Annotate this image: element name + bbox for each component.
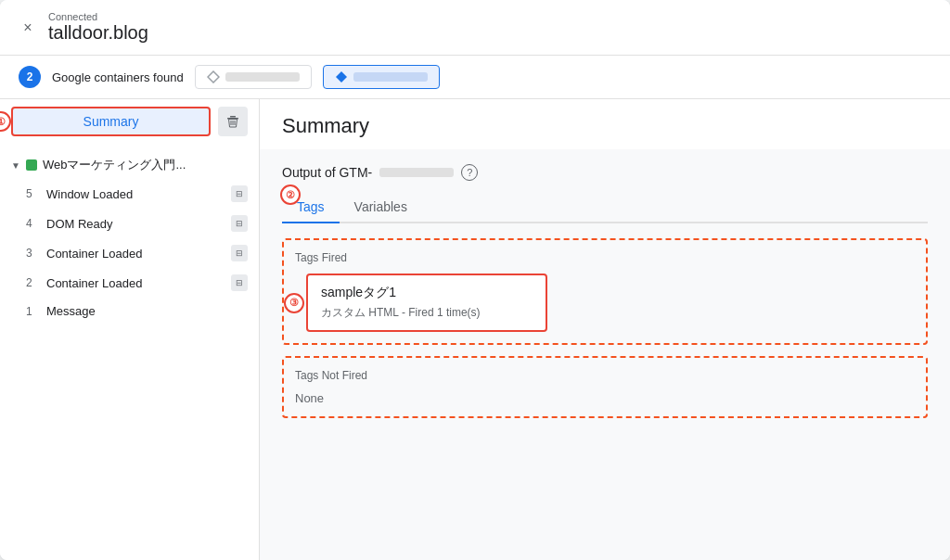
list-item[interactable]: 2 Container Loaded ⊟ <box>0 268 259 298</box>
content-area: Summary Output of GTM- ? ② Tags Variable… <box>260 99 950 560</box>
tags-fired-section: Tags Fired ③ sampleタグ1 カスタム HTML - Fired… <box>282 238 928 345</box>
tag-item-wrapper: ③ sampleタグ1 カスタム HTML - Fired 1 time(s) <box>295 274 915 332</box>
content-header: Summary <box>260 99 950 149</box>
sidebar-header: ① Summary <box>0 99 259 144</box>
container1-button[interactable] <box>195 65 312 89</box>
circle-number-1: ① <box>0 111 11 132</box>
list-item[interactable]: 4 DOM Ready ⊟ <box>0 209 259 238</box>
app-container: × Connected talldoor.blog 2 Google conta… <box>0 0 950 560</box>
green-square-icon <box>26 159 37 171</box>
event-icon: ⊟ <box>231 215 248 232</box>
none-label: None <box>295 391 915 405</box>
toolbar: 2 Google containers found <box>0 56 950 99</box>
output-text: Output of GTM- <box>282 165 372 180</box>
close-button[interactable]: × <box>19 19 37 37</box>
tabs-container: ② Tags Variables <box>282 192 928 223</box>
gtm-id-bar <box>379 168 454 177</box>
arrow-icon: ▼ <box>11 160 20 171</box>
container2-button[interactable] <box>323 65 440 89</box>
list-item[interactable]: 5 Window Loaded ⊟ <box>0 179 259 209</box>
svg-rect-0 <box>230 116 236 118</box>
circle-number-3: ③ <box>284 293 304 313</box>
event-icon: ⊟ <box>231 274 248 291</box>
tab-tags[interactable]: ② Tags <box>282 192 340 223</box>
tag-item[interactable]: sampleタグ1 カスタム HTML - Fired 1 time(s) <box>306 274 547 332</box>
circle-number-2: ② <box>280 185 301 205</box>
diamond-outline-icon <box>207 70 220 83</box>
container1-bar <box>225 72 300 82</box>
site-title: talldoor.blog <box>48 22 148 44</box>
list-item[interactable]: 1 Message <box>0 298 259 325</box>
output-label: Output of GTM- ? <box>282 164 928 181</box>
header-info: Connected talldoor.blog <box>48 11 148 44</box>
containers-badge: 2 <box>19 66 41 88</box>
tags-fired-label: Tags Fired <box>295 251 915 264</box>
summary-button[interactable]: Summary <box>11 107 211 136</box>
delete-button[interactable] <box>218 107 248 136</box>
sidebar-section: ▼ Webマーケティング入門... 5 Window Loaded ⊟ 4 DO… <box>0 144 259 332</box>
event-icon: ⊟ <box>231 185 248 202</box>
sidebar-group-header[interactable]: ▼ Webマーケティング入門... <box>0 151 259 179</box>
tag-description: カスタム HTML - Fired 1 time(s) <box>321 305 533 321</box>
output-section: Output of GTM- ? ② Tags Variables <box>260 149 950 560</box>
diamond-filled-icon <box>335 70 348 83</box>
help-icon[interactable]: ? <box>461 164 478 181</box>
page-title: Summary <box>282 114 928 138</box>
tags-not-fired-section: Tags Not Fired None <box>282 356 928 418</box>
list-item[interactable]: 3 Container Loaded ⊟ <box>0 238 259 268</box>
event-icon: ⊟ <box>231 245 248 261</box>
main-content: ① Summary ▼ Webマーケテ <box>0 99 950 560</box>
tags-not-fired-label: Tags Not Fired <box>295 369 915 382</box>
containers-label: Google containers found <box>52 70 184 84</box>
container2-bar <box>353 72 428 82</box>
header: × Connected talldoor.blog <box>0 0 950 56</box>
tag-name: sampleタグ1 <box>321 285 533 301</box>
delete-icon <box>225 114 240 129</box>
tab-variables[interactable]: Variables <box>340 192 422 223</box>
connected-label: Connected <box>48 11 148 22</box>
sidebar: ① Summary ▼ Webマーケテ <box>0 99 260 560</box>
group-label: Webマーケティング入門... <box>43 157 186 173</box>
